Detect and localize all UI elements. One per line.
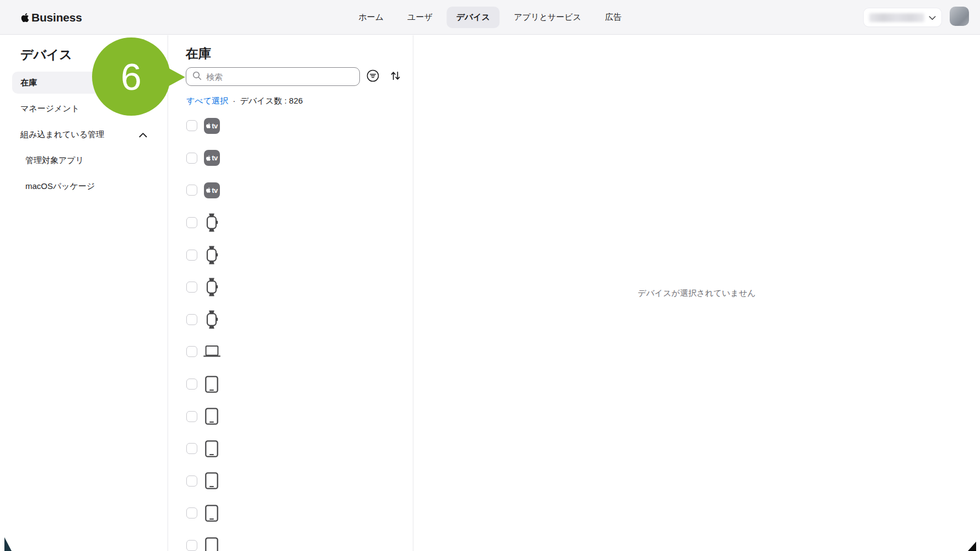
appletv-icon: tv bbox=[202, 115, 222, 137]
macbook-icon bbox=[202, 341, 222, 363]
empty-selection-message: デバイスが選択されていません bbox=[638, 288, 756, 299]
device-row[interactable] bbox=[186, 530, 413, 551]
device-checkbox[interactable] bbox=[186, 507, 197, 518]
inventory-title: 在庫 bbox=[186, 45, 211, 62]
apple-watch-icon bbox=[202, 309, 222, 331]
sidebar-item-label: 管理対象アプリ bbox=[25, 155, 84, 166]
device-checkbox[interactable] bbox=[186, 153, 197, 164]
device-row[interactable] bbox=[186, 433, 413, 465]
sort-button[interactable] bbox=[386, 67, 405, 86]
sidebar-item-label: 組み込まれている管理 bbox=[20, 129, 104, 140]
device-checkbox[interactable] bbox=[186, 120, 197, 131]
main-area: デバイス 在庫 マネージメント 組み込まれている管理 管理対象アプリ macOS… bbox=[0, 35, 980, 551]
nav-item-apps-services[interactable]: アプリとサービス bbox=[504, 7, 590, 28]
redacted-account-name bbox=[869, 13, 924, 22]
device-row[interactable] bbox=[186, 336, 413, 368]
ipad-icon bbox=[202, 406, 222, 428]
device-checkbox[interactable] bbox=[186, 185, 197, 196]
search-input[interactable] bbox=[206, 72, 353, 82]
device-checkbox[interactable] bbox=[186, 314, 197, 325]
device-checkbox[interactable] bbox=[186, 379, 197, 390]
device-checkbox[interactable] bbox=[186, 217, 197, 228]
device-count: デバイス数 : 826 bbox=[240, 96, 303, 105]
avatar[interactable] bbox=[950, 7, 969, 26]
ipad-icon bbox=[202, 373, 222, 395]
apple-watch-icon bbox=[202, 212, 222, 234]
apple-icon bbox=[20, 12, 30, 23]
account-selector[interactable] bbox=[864, 8, 941, 26]
device-checkbox[interactable] bbox=[186, 250, 197, 261]
sidebar-item-label: macOSパッケージ bbox=[25, 181, 95, 192]
filter-button[interactable] bbox=[363, 67, 382, 86]
search-box[interactable] bbox=[186, 67, 360, 86]
sort-icon bbox=[389, 69, 402, 84]
step-number: 6 bbox=[121, 58, 142, 95]
nav-item-devices[interactable]: デバイス bbox=[447, 7, 499, 28]
apple-watch-icon bbox=[202, 276, 222, 298]
appletv-icon: tv bbox=[202, 147, 222, 169]
selection-summary: すべて選択 · デバイス数 : 826 bbox=[186, 96, 303, 106]
device-checkbox[interactable] bbox=[186, 411, 197, 422]
ipad-icon bbox=[202, 470, 222, 492]
device-row[interactable]: tv bbox=[186, 110, 413, 142]
nav-item-ads[interactable]: 広告 bbox=[596, 7, 631, 28]
device-row[interactable] bbox=[186, 497, 413, 530]
brand-label: Business bbox=[31, 11, 82, 24]
primary-nav: ホーム ユーザ デバイス アプリとサービス 広告 bbox=[349, 0, 631, 35]
sidebar-item-builtin-management[interactable]: 組み込まれている管理 bbox=[12, 123, 155, 145]
step-annotation-badge: 6 bbox=[92, 37, 170, 116]
sidebar-item-macos-packages[interactable]: macOSパッケージ bbox=[12, 175, 155, 197]
device-row[interactable] bbox=[186, 239, 413, 271]
sidebar-item-label: マネージメント bbox=[20, 104, 79, 114]
device-row[interactable] bbox=[186, 304, 413, 336]
sidebar-item-label: 在庫 bbox=[20, 78, 37, 88]
device-row[interactable] bbox=[186, 400, 413, 433]
chevron-up-icon[interactable] bbox=[139, 130, 147, 139]
filter-icon bbox=[367, 69, 379, 84]
appletv-icon: tv bbox=[202, 179, 222, 201]
ipad-icon bbox=[202, 437, 222, 460]
ipad-icon bbox=[202, 534, 222, 551]
device-checkbox[interactable] bbox=[186, 476, 197, 487]
device-row[interactable] bbox=[186, 271, 413, 304]
inventory-panel: 在庫 bbox=[168, 35, 413, 551]
device-checkbox[interactable] bbox=[186, 346, 197, 357]
device-checkbox[interactable] bbox=[186, 540, 197, 551]
device-list: tvtvtv bbox=[186, 110, 413, 551]
select-all-link[interactable]: すべて選択 bbox=[186, 96, 228, 105]
ipad-icon bbox=[202, 502, 222, 524]
chevron-down-icon bbox=[929, 13, 936, 23]
device-row[interactable] bbox=[186, 465, 413, 498]
top-navigation-bar: Business ホーム ユーザ デバイス アプリとサービス 広告 bbox=[0, 0, 980, 35]
sidebar-item-managed-apps[interactable]: 管理対象アプリ bbox=[12, 149, 155, 171]
separator: · bbox=[233, 96, 235, 105]
apple-business-logo[interactable]: Business bbox=[20, 0, 82, 35]
device-checkbox[interactable] bbox=[186, 282, 197, 293]
device-detail-panel: デバイスが選択されていません bbox=[413, 35, 980, 551]
device-row[interactable]: tv bbox=[186, 142, 413, 175]
device-checkbox[interactable] bbox=[186, 443, 197, 454]
apple-watch-icon bbox=[202, 244, 222, 266]
device-row[interactable]: tv bbox=[186, 174, 413, 207]
search-icon bbox=[192, 71, 202, 83]
device-row[interactable] bbox=[186, 207, 413, 239]
nav-item-users[interactable]: ユーザ bbox=[398, 7, 442, 28]
nav-item-home[interactable]: ホーム bbox=[349, 7, 393, 28]
device-row[interactable] bbox=[186, 368, 413, 401]
